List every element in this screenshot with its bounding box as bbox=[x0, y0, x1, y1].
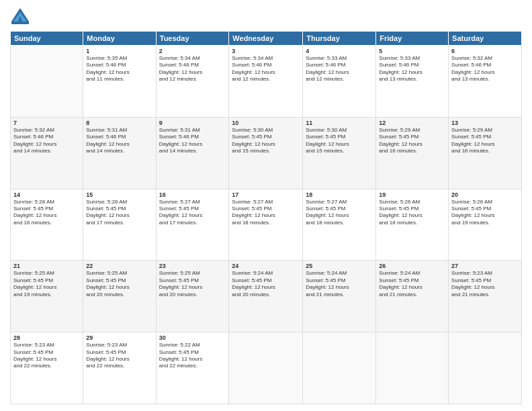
calendar-table: SundayMondayTuesdayWednesdayThursdayFrid… bbox=[10, 31, 522, 404]
calendar-cell bbox=[11, 46, 83, 118]
weekday-header-wednesday: Wednesday bbox=[229, 32, 303, 46]
calendar-cell: 8Sunrise: 5:31 AM Sunset: 5:46 PM Daylig… bbox=[83, 117, 156, 189]
calendar-cell: 15Sunrise: 5:28 AM Sunset: 5:45 PM Dayli… bbox=[83, 189, 156, 261]
weekday-header-monday: Monday bbox=[83, 32, 156, 46]
calendar-cell: 30Sunrise: 5:22 AM Sunset: 5:45 PM Dayli… bbox=[156, 332, 229, 404]
calendar-cell: 29Sunrise: 5:23 AM Sunset: 5:45 PM Dayli… bbox=[83, 332, 156, 404]
calendar-cell bbox=[229, 332, 303, 404]
cell-info: Sunrise: 5:30 AM Sunset: 5:45 PM Dayligh… bbox=[232, 127, 300, 155]
day-number: 28 bbox=[13, 334, 80, 341]
calendar-cell: 11Sunrise: 5:30 AM Sunset: 5:45 PM Dayli… bbox=[303, 117, 376, 189]
calendar-cell: 26Sunrise: 5:24 AM Sunset: 5:45 PM Dayli… bbox=[376, 261, 449, 332]
calendar-cell bbox=[376, 332, 449, 404]
day-number: 16 bbox=[159, 191, 226, 198]
calendar-cell: 20Sunrise: 5:26 AM Sunset: 5:45 PM Dayli… bbox=[449, 189, 522, 261]
week-row-5: 28Sunrise: 5:23 AM Sunset: 5:45 PM Dayli… bbox=[11, 332, 522, 404]
calendar-cell: 4Sunrise: 5:33 AM Sunset: 5:46 PM Daylig… bbox=[303, 46, 376, 118]
cell-info: Sunrise: 5:27 AM Sunset: 5:45 PM Dayligh… bbox=[306, 199, 373, 227]
cell-info: Sunrise: 5:28 AM Sunset: 5:45 PM Dayligh… bbox=[86, 199, 152, 227]
day-number: 22 bbox=[86, 263, 152, 269]
cell-info: Sunrise: 5:33 AM Sunset: 5:46 PM Dayligh… bbox=[306, 55, 373, 83]
day-number: 26 bbox=[379, 263, 445, 269]
calendar-cell: 9Sunrise: 5:31 AM Sunset: 5:46 PM Daylig… bbox=[156, 117, 229, 189]
cell-info: Sunrise: 5:26 AM Sunset: 5:45 PM Dayligh… bbox=[379, 199, 445, 227]
day-number: 15 bbox=[86, 191, 152, 198]
cell-info: Sunrise: 5:29 AM Sunset: 5:45 PM Dayligh… bbox=[379, 127, 445, 155]
day-number: 7 bbox=[13, 120, 80, 126]
week-row-4: 21Sunrise: 5:25 AM Sunset: 5:45 PM Dayli… bbox=[11, 261, 522, 332]
svg-rect-2 bbox=[11, 21, 29, 24]
calendar-cell: 14Sunrise: 5:28 AM Sunset: 5:45 PM Dayli… bbox=[11, 189, 83, 261]
calendar-cell: 23Sunrise: 5:25 AM Sunset: 5:45 PM Dayli… bbox=[156, 261, 229, 332]
calendar-cell: 19Sunrise: 5:26 AM Sunset: 5:45 PM Dayli… bbox=[376, 189, 449, 261]
weekday-header-thursday: Thursday bbox=[303, 32, 376, 46]
day-number: 3 bbox=[232, 48, 300, 54]
weekday-header-sunday: Sunday bbox=[11, 32, 83, 46]
calendar-cell: 13Sunrise: 5:29 AM Sunset: 5:45 PM Dayli… bbox=[449, 117, 522, 189]
cell-info: Sunrise: 5:30 AM Sunset: 5:45 PM Dayligh… bbox=[306, 127, 373, 155]
page: SundayMondayTuesdayWednesdayThursdayFrid… bbox=[0, 0, 532, 411]
day-number: 6 bbox=[451, 48, 519, 54]
week-row-3: 14Sunrise: 5:28 AM Sunset: 5:45 PM Dayli… bbox=[11, 189, 522, 261]
day-number: 24 bbox=[232, 263, 300, 269]
calendar-cell: 16Sunrise: 5:27 AM Sunset: 5:45 PM Dayli… bbox=[156, 189, 229, 261]
cell-info: Sunrise: 5:27 AM Sunset: 5:45 PM Dayligh… bbox=[159, 199, 226, 227]
day-number: 20 bbox=[451, 191, 519, 198]
day-number: 2 bbox=[159, 48, 226, 54]
cell-info: Sunrise: 5:23 AM Sunset: 5:45 PM Dayligh… bbox=[13, 342, 80, 370]
weekday-header-tuesday: Tuesday bbox=[156, 32, 229, 46]
day-number: 29 bbox=[86, 334, 152, 341]
cell-info: Sunrise: 5:29 AM Sunset: 5:45 PM Dayligh… bbox=[451, 127, 519, 155]
cell-info: Sunrise: 5:25 AM Sunset: 5:45 PM Dayligh… bbox=[13, 270, 80, 298]
weekday-header-saturday: Saturday bbox=[449, 32, 522, 46]
calendar-cell: 10Sunrise: 5:30 AM Sunset: 5:45 PM Dayli… bbox=[229, 117, 303, 189]
cell-info: Sunrise: 5:32 AM Sunset: 5:46 PM Dayligh… bbox=[451, 55, 519, 83]
day-number: 17 bbox=[232, 191, 300, 198]
day-number: 30 bbox=[159, 334, 226, 341]
cell-info: Sunrise: 5:24 AM Sunset: 5:45 PM Dayligh… bbox=[306, 270, 373, 298]
cell-info: Sunrise: 5:26 AM Sunset: 5:45 PM Dayligh… bbox=[451, 199, 519, 227]
day-number: 19 bbox=[379, 191, 445, 198]
calendar-cell: 7Sunrise: 5:32 AM Sunset: 5:46 PM Daylig… bbox=[11, 117, 83, 189]
calendar-cell: 17Sunrise: 5:27 AM Sunset: 5:45 PM Dayli… bbox=[229, 189, 303, 261]
calendar-cell: 5Sunrise: 5:33 AM Sunset: 5:46 PM Daylig… bbox=[376, 46, 449, 118]
cell-info: Sunrise: 5:32 AM Sunset: 5:46 PM Dayligh… bbox=[13, 127, 80, 155]
calendar-cell: 6Sunrise: 5:32 AM Sunset: 5:46 PM Daylig… bbox=[449, 46, 522, 118]
cell-info: Sunrise: 5:23 AM Sunset: 5:45 PM Dayligh… bbox=[86, 342, 152, 370]
calendar-cell: 22Sunrise: 5:25 AM Sunset: 5:45 PM Dayli… bbox=[83, 261, 156, 332]
cell-info: Sunrise: 5:28 AM Sunset: 5:45 PM Dayligh… bbox=[13, 199, 80, 227]
cell-info: Sunrise: 5:22 AM Sunset: 5:45 PM Dayligh… bbox=[159, 342, 226, 370]
cell-info: Sunrise: 5:24 AM Sunset: 5:45 PM Dayligh… bbox=[379, 270, 445, 298]
week-row-1: 1Sunrise: 5:35 AM Sunset: 5:46 PM Daylig… bbox=[11, 46, 522, 118]
calendar-cell: 12Sunrise: 5:29 AM Sunset: 5:45 PM Dayli… bbox=[376, 117, 449, 189]
logo-icon bbox=[10, 7, 30, 27]
day-number: 5 bbox=[379, 48, 445, 54]
day-number: 1 bbox=[86, 48, 152, 54]
day-number: 4 bbox=[306, 48, 373, 54]
week-row-2: 7Sunrise: 5:32 AM Sunset: 5:46 PM Daylig… bbox=[11, 117, 522, 189]
cell-info: Sunrise: 5:25 AM Sunset: 5:45 PM Dayligh… bbox=[159, 270, 226, 298]
calendar-cell: 27Sunrise: 5:23 AM Sunset: 5:45 PM Dayli… bbox=[449, 261, 522, 332]
calendar-cell bbox=[449, 332, 522, 404]
calendar-cell: 28Sunrise: 5:23 AM Sunset: 5:45 PM Dayli… bbox=[11, 332, 83, 404]
calendar-cell: 2Sunrise: 5:34 AM Sunset: 5:46 PM Daylig… bbox=[156, 46, 229, 118]
cell-info: Sunrise: 5:27 AM Sunset: 5:45 PM Dayligh… bbox=[232, 199, 300, 227]
day-number: 27 bbox=[451, 263, 519, 269]
day-number: 21 bbox=[13, 263, 80, 269]
day-number: 12 bbox=[379, 120, 445, 126]
day-number: 23 bbox=[159, 263, 226, 269]
calendar-cell: 3Sunrise: 5:34 AM Sunset: 5:46 PM Daylig… bbox=[229, 46, 303, 118]
calendar-cell: 1Sunrise: 5:35 AM Sunset: 5:46 PM Daylig… bbox=[83, 46, 156, 118]
cell-info: Sunrise: 5:24 AM Sunset: 5:45 PM Dayligh… bbox=[232, 270, 300, 298]
cell-info: Sunrise: 5:25 AM Sunset: 5:45 PM Dayligh… bbox=[86, 270, 152, 298]
cell-info: Sunrise: 5:23 AM Sunset: 5:45 PM Dayligh… bbox=[451, 270, 519, 298]
weekday-header-row: SundayMondayTuesdayWednesdayThursdayFrid… bbox=[11, 32, 522, 46]
cell-info: Sunrise: 5:34 AM Sunset: 5:46 PM Dayligh… bbox=[232, 55, 300, 83]
calendar-cell: 25Sunrise: 5:24 AM Sunset: 5:45 PM Dayli… bbox=[303, 261, 376, 332]
calendar-cell: 24Sunrise: 5:24 AM Sunset: 5:45 PM Dayli… bbox=[229, 261, 303, 332]
calendar-cell: 18Sunrise: 5:27 AM Sunset: 5:45 PM Dayli… bbox=[303, 189, 376, 261]
weekday-header-friday: Friday bbox=[376, 32, 449, 46]
cell-info: Sunrise: 5:34 AM Sunset: 5:46 PM Dayligh… bbox=[159, 55, 226, 83]
day-number: 14 bbox=[13, 191, 80, 198]
day-number: 11 bbox=[306, 120, 373, 126]
